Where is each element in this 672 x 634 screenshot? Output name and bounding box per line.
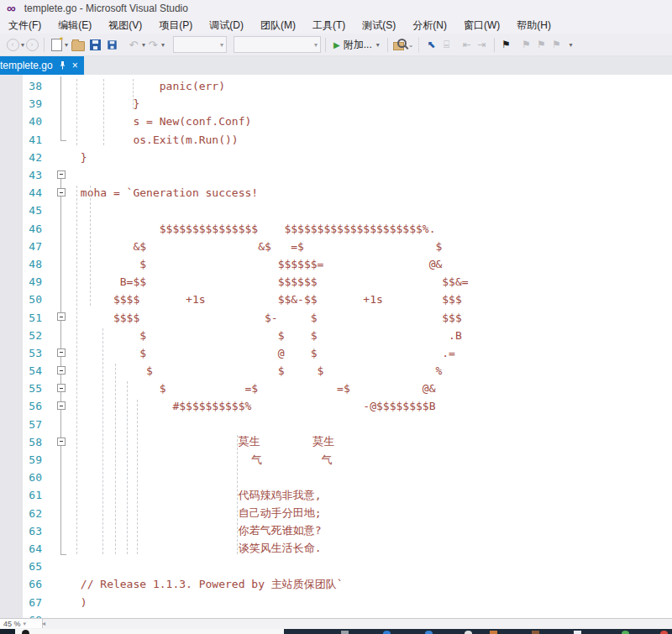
line-number: 42 xyxy=(0,151,47,164)
code-text: B=$$ $$$$$$ $$&= xyxy=(74,275,469,288)
redo-dropdown-icon[interactable]: ▾ xyxy=(161,41,165,49)
fold-toggle-icon[interactable] xyxy=(57,401,66,410)
horizontal-scrollbar[interactable]: 45 % ▾ ◂ xyxy=(0,618,672,629)
taskbar-app-orange-icon[interactable] xyxy=(490,631,497,634)
prev-bookmark-icon[interactable]: ⚑ xyxy=(519,37,534,52)
indent-guide xyxy=(137,400,138,555)
menu-item-7[interactable]: 测试(S) xyxy=(354,17,404,34)
nav-backward-icon[interactable]: ‹ xyxy=(5,37,20,52)
close-icon[interactable]: × xyxy=(72,60,78,71)
code-line: 49 B=$$ $$$$$$ $$&= xyxy=(0,273,672,291)
toolbar-overflow-icon[interactable]: ▾ xyxy=(570,41,573,49)
attach-dropdown-icon[interactable]: ▾ xyxy=(376,41,380,49)
line-number: 51 xyxy=(0,312,47,324)
navigate-to-icon[interactable]: ⬉ xyxy=(424,37,439,52)
menu-item-6[interactable]: 工具(T) xyxy=(304,17,354,34)
menu-item-8[interactable]: 分析(N) xyxy=(404,17,455,34)
comment-icon[interactable]: ⌸ xyxy=(439,37,454,52)
tab-label: templete.go xyxy=(0,60,53,71)
taskbar-app-brown-icon[interactable] xyxy=(532,631,539,634)
code-text: $ =$ =$ @& xyxy=(74,382,435,395)
code-text: } xyxy=(74,97,139,110)
fold-toggle-icon[interactable] xyxy=(57,366,66,375)
taskbar-app-file-explorer-icon[interactable] xyxy=(341,631,349,634)
menu-item-10[interactable]: 帮助(H) xyxy=(508,17,559,34)
fold-toggle-icon[interactable] xyxy=(57,384,66,392)
indent-guide xyxy=(102,328,103,555)
code-text: $$$$ +1s $$&-$$ +1s $$$ xyxy=(74,293,462,306)
taskbar-app-light-icon[interactable] xyxy=(465,631,472,634)
undo-icon[interactable]: ↶ xyxy=(126,37,141,52)
scroll-left-arrow-icon[interactable]: ◂ xyxy=(42,620,45,627)
pin-icon[interactable] xyxy=(59,61,66,70)
code-text: $ @ $ .= xyxy=(74,347,455,359)
line-number: 61 xyxy=(0,489,47,501)
menu-item-5[interactable]: 团队(M) xyxy=(252,17,304,34)
fold-toggle-icon[interactable] xyxy=(57,348,66,357)
editor-zoom-control[interactable]: 45 % ▾ xyxy=(0,619,43,628)
code-line: 59 气 气 xyxy=(0,451,672,469)
code-text: s = New(conf.Conf) xyxy=(74,115,251,128)
menu-item-1[interactable]: 编辑(E) xyxy=(50,17,100,34)
clear-bookmarks-icon[interactable]: ⚑ xyxy=(549,37,564,52)
code-line: 56 #$$$$$$$$$$% -@$$$$$$$$B xyxy=(0,397,672,415)
windows-taskbar[interactable] xyxy=(0,629,672,634)
indent-icon[interactable]: ⇥ xyxy=(475,37,490,52)
code-line: 60 xyxy=(0,469,672,486)
open-file-icon[interactable] xyxy=(71,37,86,52)
line-number: 54 xyxy=(0,364,47,377)
toolbar-overflow-icon[interactable]: ⌄ xyxy=(408,41,414,49)
redo-icon[interactable]: ↷ xyxy=(145,37,160,52)
fold-margin xyxy=(47,149,74,166)
code-line: 61 代码辣鸡非我意, xyxy=(0,486,672,504)
fold-toggle-icon[interactable] xyxy=(57,188,66,196)
menu-item-9[interactable]: 窗口(W) xyxy=(455,17,508,34)
nav-forward-icon[interactable]: › xyxy=(24,37,39,52)
line-number: 48 xyxy=(0,258,47,270)
bookmark-icon[interactable]: ⚑ xyxy=(499,37,514,52)
solution-config-combobox[interactable]: ▾ xyxy=(234,36,321,53)
toolbar-separator xyxy=(44,38,45,52)
code-editor[interactable]: 38 panic(err)39 }40 s = New(conf.Conf)41… xyxy=(0,75,672,618)
code-line: 65 xyxy=(0,558,672,575)
taskbar-app-green-icon[interactable] xyxy=(622,631,629,634)
save-icon[interactable] xyxy=(87,37,102,52)
indent-guide xyxy=(237,435,238,554)
code-lines: 38 panic(err)39 }40 s = New(conf.Conf)41… xyxy=(0,77,672,618)
outdent-icon[interactable]: ⇤ xyxy=(459,37,475,52)
fold-toggle-icon[interactable] xyxy=(57,170,66,179)
line-number: 45 xyxy=(0,204,47,217)
menu-item-0[interactable]: 文件(F) xyxy=(0,17,50,34)
code-line: 45 xyxy=(0,202,672,219)
taskbar-app-red-icon[interactable] xyxy=(660,631,668,634)
start-button-edge[interactable] xyxy=(0,629,15,634)
code-line: 51 $$$$ $- $ $$$ xyxy=(0,308,672,326)
attach-button[interactable]: ▶ 附加... ▾ xyxy=(330,36,383,54)
toolbar-separator xyxy=(387,38,388,52)
new-file-icon[interactable] xyxy=(49,37,64,52)
taskbar-search-box[interactable] xyxy=(15,629,284,634)
find-in-files-icon[interactable] xyxy=(392,37,407,52)
line-number: 47 xyxy=(0,240,47,253)
fold-toggle-icon[interactable] xyxy=(57,438,66,446)
indent-guide xyxy=(90,186,91,305)
save-all-icon[interactable] xyxy=(104,37,119,52)
menu-item-4[interactable]: 调试(D) xyxy=(201,17,252,34)
code-text: ) xyxy=(74,596,87,609)
new-file-dropdown-icon[interactable]: ▾ xyxy=(65,41,68,49)
menu-item-3[interactable]: 项目(P) xyxy=(150,17,201,34)
taskbar-app-blue-icon[interactable] xyxy=(425,631,433,634)
next-bookmark-icon[interactable]: ⚑ xyxy=(534,37,549,52)
toolbar-splitter xyxy=(418,38,420,52)
line-number: 38 xyxy=(0,80,47,92)
fold-toggle-icon[interactable] xyxy=(57,312,66,321)
line-number: 39 xyxy=(0,97,47,110)
taskbar-app-store-icon[interactable] xyxy=(574,631,581,634)
code-text: $$$$ $- $ $$$ xyxy=(74,312,462,324)
line-number: 41 xyxy=(0,134,47,146)
taskbar-app-edge-icon[interactable] xyxy=(383,631,391,634)
debug-target-combobox[interactable]: ▾ xyxy=(173,36,227,53)
tab-templete-go[interactable]: templete.go × xyxy=(0,56,84,75)
code-text: 自己动手分田地; xyxy=(74,506,322,521)
menu-item-2[interactable]: 视图(V) xyxy=(100,17,150,34)
